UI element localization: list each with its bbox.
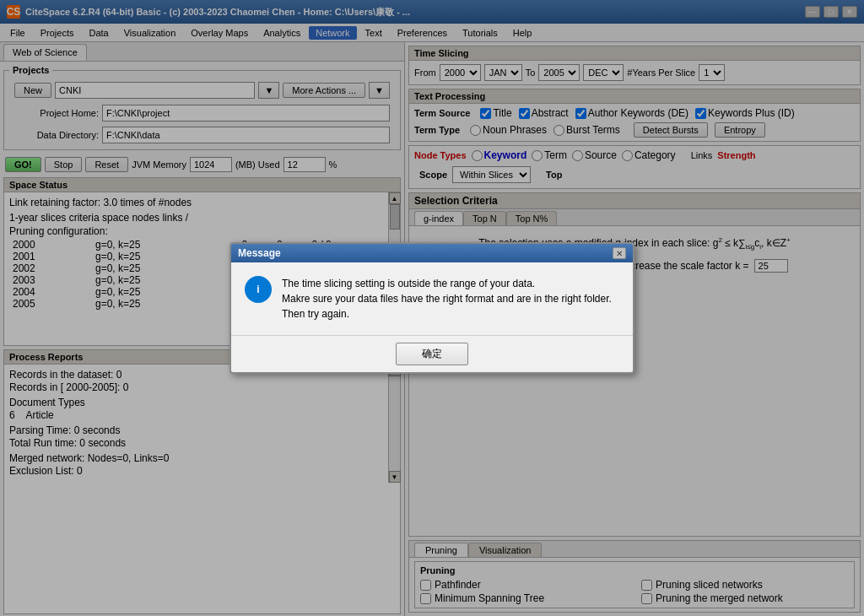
modal-title-bar: Message ✕ bbox=[231, 244, 633, 262]
modal-ok-button[interactable]: 确定 bbox=[396, 343, 468, 365]
modal-message: The time slicing setting is outside the … bbox=[282, 276, 612, 322]
modal-line3: Then try again. bbox=[282, 306, 612, 322]
modal-line1: The time slicing setting is outside the … bbox=[282, 276, 612, 291]
modal-body: i The time slicing setting is outside th… bbox=[231, 262, 633, 335]
modal-line2: Makre sure your data files have the righ… bbox=[282, 291, 612, 306]
modal-info-icon: i bbox=[245, 276, 272, 303]
message-dialog: Message ✕ i The time slicing setting is … bbox=[230, 242, 634, 374]
modal-close-button[interactable]: ✕ bbox=[613, 247, 626, 259]
modal-title: Message bbox=[238, 247, 281, 259]
modal-overlay: Message ✕ i The time slicing setting is … bbox=[0, 0, 864, 616]
modal-footer: 确定 bbox=[231, 335, 633, 372]
